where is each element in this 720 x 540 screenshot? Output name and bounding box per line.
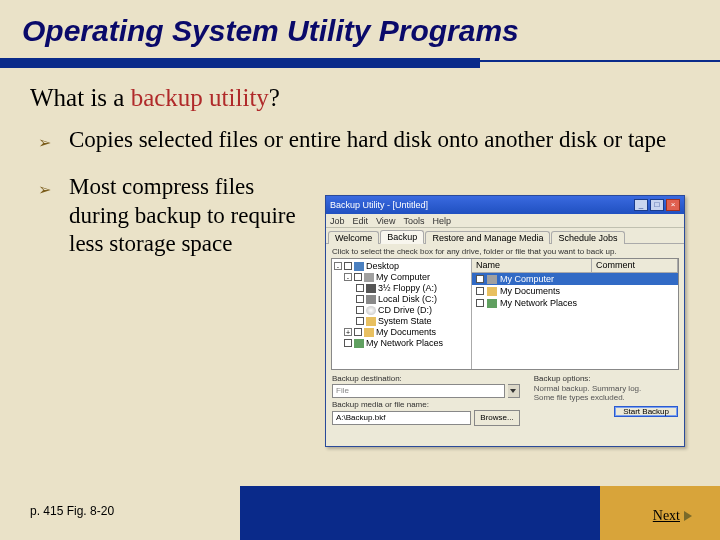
tree-checkbox[interactable] xyxy=(356,306,364,314)
options-text: Normal backup. Summary log. xyxy=(534,384,678,393)
expand-icon[interactable]: - xyxy=(334,262,342,270)
play-icon xyxy=(684,511,692,521)
tab-backup[interactable]: Backup xyxy=(380,230,424,244)
page-title: Operating System Utility Programs xyxy=(0,0,720,48)
folder-icon xyxy=(364,328,374,337)
tree-label: CD Drive (D:) xyxy=(378,305,432,315)
tab-welcome[interactable]: Welcome xyxy=(328,231,379,244)
list-pane[interactable]: Name Comment My Computer My Documents My… xyxy=(472,259,678,369)
instruction-text: Click to select the check box for any dr… xyxy=(326,244,684,258)
tree-item[interactable]: +My Documents xyxy=(334,327,469,338)
footer-band-blue xyxy=(240,486,600,540)
tree-label: My Network Places xyxy=(366,338,443,348)
destination-select[interactable]: File xyxy=(332,384,505,398)
media-filename-input[interactable]: A:\Backup.bkf xyxy=(332,411,471,425)
tab-restore[interactable]: Restore and Manage Media xyxy=(425,231,550,244)
expand-icon[interactable]: - xyxy=(344,273,352,281)
subtitle-emphasis: backup utility xyxy=(131,84,269,111)
tree-checkbox[interactable] xyxy=(356,284,364,292)
tree-item[interactable]: My Network Places xyxy=(334,338,469,349)
slide: Operating System Utility Programs What i… xyxy=(0,0,720,540)
folder-icon xyxy=(487,287,497,296)
page-reference: p. 415 Fig. 8-20 xyxy=(30,504,114,518)
row-checkbox[interactable] xyxy=(476,275,484,283)
tree-checkbox[interactable] xyxy=(344,339,352,347)
menu-item[interactable]: View xyxy=(376,216,395,226)
destination-label: Backup destination: xyxy=(332,374,520,383)
explorer-panes: -Desktop -My Computer 3½ Floppy (A:) Loc… xyxy=(331,258,679,370)
computer-icon xyxy=(487,275,497,284)
tree-checkbox[interactable] xyxy=(356,317,364,325)
row-checkbox[interactable] xyxy=(476,287,484,295)
menu-item[interactable]: Tools xyxy=(403,216,424,226)
chevron-down-icon[interactable] xyxy=(508,384,520,398)
bullet-item: ➢ Copies selected files or entire hard d… xyxy=(38,126,678,155)
menu-item[interactable]: Job xyxy=(330,216,345,226)
next-button[interactable]: Next xyxy=(653,508,692,524)
window-buttons: _ □ × xyxy=(634,199,680,211)
tree-item[interactable]: -My Computer xyxy=(334,272,469,283)
window-title: Backup Utility - [Untitled] xyxy=(330,200,428,210)
bottom-controls: Backup destination: File Backup media or… xyxy=(326,370,684,430)
tree-label: 3½ Floppy (A:) xyxy=(378,283,437,293)
tree-item[interactable]: 3½ Floppy (A:) xyxy=(334,283,469,294)
tab-schedule[interactable]: Schedule Jobs xyxy=(551,231,624,244)
network-icon xyxy=(354,339,364,348)
maximize-button[interactable]: □ xyxy=(650,199,664,211)
browse-button[interactable]: Browse... xyxy=(474,410,519,426)
start-backup-button[interactable]: Start Backup xyxy=(614,406,678,417)
disk-icon xyxy=(366,295,376,304)
tree-checkbox[interactable] xyxy=(354,328,362,336)
options-column: Backup options: Normal backup. Summary l… xyxy=(534,374,678,428)
next-label: Next xyxy=(653,508,680,524)
tree-checkbox[interactable] xyxy=(356,295,364,303)
tree-checkbox[interactable] xyxy=(354,273,362,281)
tree-item[interactable]: CD Drive (D:) xyxy=(334,305,469,316)
floppy-icon xyxy=(366,284,376,293)
tree-item[interactable]: System State xyxy=(334,316,469,327)
desktop-icon xyxy=(354,262,364,271)
options-text: Some file types excluded. xyxy=(534,393,678,402)
list-row[interactable]: My Network Places xyxy=(472,297,678,309)
options-label: Backup options: xyxy=(534,374,678,383)
titlebar[interactable]: Backup Utility - [Untitled] _ □ × xyxy=(326,196,684,214)
title-rule-thin xyxy=(0,60,720,62)
column-name[interactable]: Name xyxy=(472,259,592,272)
menu-item[interactable]: Help xyxy=(432,216,451,226)
menu-item[interactable]: Edit xyxy=(353,216,369,226)
media-label: Backup media or file name: xyxy=(332,400,520,409)
tree-label: My Documents xyxy=(376,327,436,337)
network-icon xyxy=(487,299,497,308)
tree-item[interactable]: -Desktop xyxy=(334,261,469,272)
row-label: My Computer xyxy=(500,274,554,284)
row-label: My Documents xyxy=(500,286,560,296)
list-header: Name Comment xyxy=(472,259,678,273)
tree-label: Local Disk (C:) xyxy=(378,294,437,304)
tabbar: Welcome Backup Restore and Manage Media … xyxy=(326,228,684,244)
subtitle-suffix: ? xyxy=(269,84,280,111)
tree-label: System State xyxy=(378,316,432,326)
bullet-text: Most compress files during backup to req… xyxy=(69,173,319,259)
cd-icon xyxy=(366,306,376,315)
subtitle: What is a backup utility? xyxy=(30,84,280,112)
close-button[interactable]: × xyxy=(666,199,680,211)
expand-icon[interactable]: + xyxy=(344,328,352,336)
backup-utility-window: Backup Utility - [Untitled] _ □ × Job Ed… xyxy=(325,195,685,447)
row-label: My Network Places xyxy=(500,298,577,308)
list-row[interactable]: My Documents xyxy=(472,285,678,297)
subtitle-prefix: What is a xyxy=(30,84,131,111)
list-row[interactable]: My Computer xyxy=(472,273,678,285)
folder-icon xyxy=(366,317,376,326)
tree-item[interactable]: Local Disk (C:) xyxy=(334,294,469,305)
row-checkbox[interactable] xyxy=(476,299,484,307)
bullet-text: Copies selected files or entire hard dis… xyxy=(69,126,666,155)
tree-checkbox[interactable] xyxy=(344,262,352,270)
tree-pane[interactable]: -Desktop -My Computer 3½ Floppy (A:) Loc… xyxy=(332,259,472,369)
destination-column: Backup destination: File Backup media or… xyxy=(332,374,520,428)
bullet-marker-icon: ➢ xyxy=(38,180,51,199)
minimize-button[interactable]: _ xyxy=(634,199,648,211)
column-comment[interactable]: Comment xyxy=(592,259,678,272)
tree-label: Desktop xyxy=(366,261,399,271)
bullet-marker-icon: ➢ xyxy=(38,133,51,152)
menubar: Job Edit View Tools Help xyxy=(326,214,684,228)
